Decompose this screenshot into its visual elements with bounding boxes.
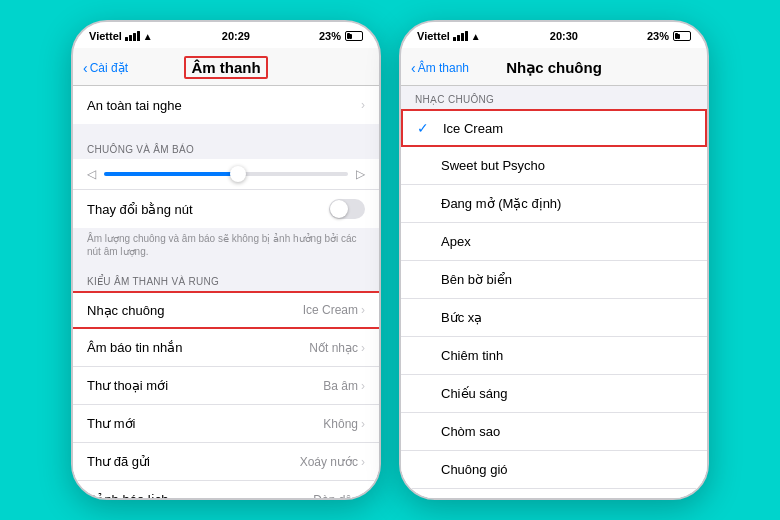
nav-title-highlight-left: Âm thanh bbox=[184, 56, 267, 79]
nav-title-left: Âm thanh bbox=[184, 59, 267, 76]
chevron-vm: › bbox=[361, 379, 365, 393]
cal-alert-label: Cảnh báo lịch bbox=[87, 492, 313, 500]
ringtone-label-chomsao: Chòm sao bbox=[441, 424, 500, 439]
chevron-msg: › bbox=[361, 341, 365, 355]
battery-tip-left bbox=[350, 34, 352, 39]
sent-mail-row[interactable]: Thư đã gửi Xoáy nước › bbox=[73, 443, 379, 481]
ringtone-label-chieusang: Chiếu sáng bbox=[441, 386, 508, 401]
ringtone-item-ben-bo[interactable]: Bên bờ biển bbox=[401, 261, 707, 299]
chevron-back-left: ‹ bbox=[83, 60, 88, 76]
status-bar-right: Viettel ▲ 20:30 23% bbox=[401, 22, 707, 48]
content-left: An toàn tai nghe › CHUÔNG VÀ ÂM BÁO ◁ ▷ bbox=[73, 86, 379, 500]
signal-bar-r2 bbox=[457, 35, 460, 41]
battery-left bbox=[345, 31, 363, 41]
time-right: 20:30 bbox=[550, 30, 578, 42]
volume-high-icon: ▷ bbox=[356, 167, 365, 181]
carrier-left: Viettel bbox=[89, 30, 122, 42]
ringtone-label-chuonggio: Chuông gió bbox=[441, 462, 508, 477]
ringtone-item-default[interactable]: Đang mở (Mặc định) bbox=[401, 185, 707, 223]
ringtone-item-buc-xa[interactable]: Bức xạ bbox=[401, 299, 707, 337]
chevron-back-right: ‹ bbox=[411, 60, 416, 76]
cal-alert-row[interactable]: Cảnh báo lịch Đàn dây › bbox=[73, 481, 379, 500]
ringtone-row-left[interactable]: Nhạc chuông Ice Cream › bbox=[73, 291, 379, 329]
signal-bars-right bbox=[453, 31, 468, 41]
ringtone-section-header: NHẠC CHUÔNG bbox=[401, 86, 707, 109]
content-right: NHẠC CHUÔNG ✓ Ice Cream Sweet but Psycho… bbox=[401, 86, 707, 500]
toggle-row[interactable]: Thay đổi bằng nút bbox=[73, 190, 379, 228]
signal-bar-4 bbox=[137, 31, 140, 41]
volume-group: ◁ ▷ Thay đổi bằng nút bbox=[73, 159, 379, 228]
ringtone-label-benbo: Bên bờ biển bbox=[441, 272, 512, 287]
ringtone-item-chieu-sang[interactable]: Chiếu sáng bbox=[401, 375, 707, 413]
status-right-left: 23% bbox=[319, 30, 363, 42]
signal-bar-3 bbox=[133, 33, 136, 41]
chevron-ear: › bbox=[361, 98, 365, 112]
new-mail-row[interactable]: Thư mới Không › bbox=[73, 405, 379, 443]
settings-note: Âm lượng chuông và âm báo sẽ không bị ản… bbox=[73, 228, 379, 266]
slider-fill bbox=[104, 172, 238, 176]
ringtone-list: ✓ Ice Cream Sweet but Psycho Đang mở (Mặ… bbox=[401, 109, 707, 500]
ear-safety-group: An toàn tai nghe › bbox=[73, 86, 379, 124]
ringtone-item-sweet[interactable]: Sweet but Psycho bbox=[401, 147, 707, 185]
back-button-right[interactable]: ‹ Âm thanh bbox=[411, 60, 469, 76]
ringtone-label-bucxa: Bức xạ bbox=[441, 310, 482, 325]
status-right-right: 23% bbox=[647, 30, 691, 42]
nav-title-right: Nhạc chuông bbox=[506, 59, 602, 77]
carrier-right: Viettel bbox=[417, 30, 450, 42]
ringtone-item-coi-hieu[interactable]: Còi hiệu bbox=[401, 489, 707, 500]
check-icon-ice-cream: ✓ bbox=[417, 120, 433, 136]
voicemail-label: Thư thoại mới bbox=[87, 378, 323, 393]
nav-bar-left: ‹ Cài đặt Âm thanh bbox=[73, 48, 379, 86]
section-header-bell: CHUÔNG VÀ ÂM BÁO bbox=[73, 134, 379, 159]
volume-low-icon: ◁ bbox=[87, 167, 96, 181]
back-label-right: Âm thanh bbox=[418, 61, 469, 75]
toggle-label: Thay đổi bằng nút bbox=[87, 202, 329, 217]
volume-slider-track[interactable] bbox=[104, 172, 348, 176]
signal-bar-r3 bbox=[461, 33, 464, 41]
slider-thumb[interactable] bbox=[230, 166, 246, 182]
section-header-sound: KIỂU ÂM THANH VÀ RUNG bbox=[73, 266, 379, 291]
toggle-switch[interactable] bbox=[329, 199, 365, 219]
volume-row: ◁ ▷ bbox=[73, 159, 379, 190]
ear-safety-row[interactable]: An toàn tai nghe › bbox=[73, 86, 379, 124]
time-left: 20:29 bbox=[222, 30, 250, 42]
status-bar-left: Viettel ▲ 20:29 23% bbox=[73, 22, 379, 48]
ringtone-item-ice-cream[interactable]: ✓ Ice Cream bbox=[401, 109, 707, 147]
sent-mail-value: Xoáy nước › bbox=[300, 455, 365, 469]
phone-right: Viettel ▲ 20:30 23% ‹ bbox=[399, 20, 709, 500]
message-alert-value: Nốt nhạc › bbox=[309, 341, 365, 355]
ringtone-label-chiemtinh: Chiêm tinh bbox=[441, 348, 503, 363]
new-mail-value: Không › bbox=[323, 417, 365, 431]
status-left: Viettel ▲ bbox=[89, 30, 153, 42]
signal-bar-r1 bbox=[453, 37, 456, 41]
chevron-ringtone: › bbox=[361, 303, 365, 317]
signal-bar-1 bbox=[125, 37, 128, 41]
chevron-sm: › bbox=[361, 455, 365, 469]
message-alert-row[interactable]: Âm báo tin nhắn Nốt nhạc › bbox=[73, 329, 379, 367]
voicemail-value: Ba âm › bbox=[323, 379, 365, 393]
ringtone-label-ice-cream: Ice Cream bbox=[443, 121, 503, 136]
nav-bar-right: ‹ Âm thanh Nhạc chuông bbox=[401, 48, 707, 86]
signal-bars-left bbox=[125, 31, 140, 41]
ringtone-label: Nhạc chuông bbox=[87, 303, 303, 318]
ringtone-item-chuong-gio[interactable]: Chuông gió bbox=[401, 451, 707, 489]
ringtone-item-chiem-tinh[interactable]: Chiêm tinh bbox=[401, 337, 707, 375]
new-mail-label: Thư mới bbox=[87, 416, 323, 431]
signal-bar-r4 bbox=[465, 31, 468, 41]
ringtone-item-apex[interactable]: Apex bbox=[401, 223, 707, 261]
ringtone-value: Ice Cream › bbox=[303, 303, 365, 317]
back-button-left[interactable]: ‹ Cài đặt bbox=[83, 60, 128, 76]
sent-mail-label: Thư đã gửi bbox=[87, 454, 300, 469]
ringtone-label-sweet: Sweet but Psycho bbox=[441, 158, 545, 173]
voicemail-row[interactable]: Thư thoại mới Ba âm › bbox=[73, 367, 379, 405]
battery-pct-left: 23% bbox=[319, 30, 341, 42]
wifi-icon-right: ▲ bbox=[471, 31, 481, 42]
ringtone-item-chom-sao[interactable]: Chòm sao bbox=[401, 413, 707, 451]
chevron-nm: › bbox=[361, 417, 365, 431]
toggle-knob bbox=[330, 200, 348, 218]
phone-left: Viettel ▲ 20:29 23% ‹ bbox=[71, 20, 381, 500]
status-left-right: Viettel ▲ bbox=[417, 30, 481, 42]
message-alert-label: Âm báo tin nhắn bbox=[87, 340, 309, 355]
battery-tip-right bbox=[678, 34, 680, 39]
sound-rows-group: Nhạc chuông Ice Cream › Âm báo tin nhắn … bbox=[73, 291, 379, 500]
